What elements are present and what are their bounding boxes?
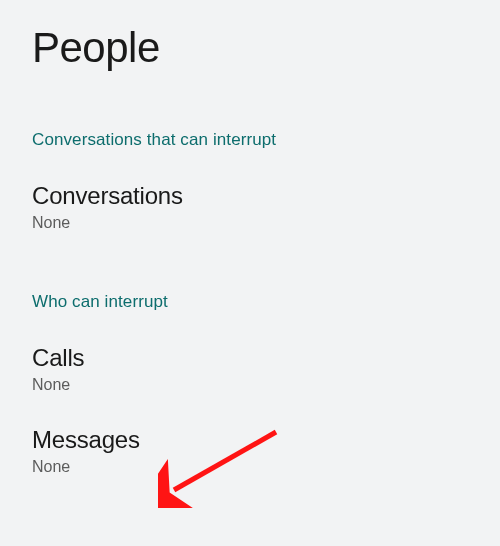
setting-value-messages: None xyxy=(32,458,468,476)
setting-item-calls[interactable]: Calls None xyxy=(0,320,500,402)
page-title: People xyxy=(0,0,500,82)
section-header-conversations: Conversations that can interrupt xyxy=(0,82,500,158)
setting-title-conversations: Conversations xyxy=(32,182,468,210)
setting-item-conversations[interactable]: Conversations None xyxy=(0,158,500,240)
setting-item-messages[interactable]: Messages None xyxy=(0,402,500,484)
setting-title-calls: Calls xyxy=(32,344,468,372)
setting-value-conversations: None xyxy=(32,214,468,232)
section-header-who-interrupt: Who can interrupt xyxy=(0,240,500,320)
setting-title-messages: Messages xyxy=(32,426,468,454)
setting-value-calls: None xyxy=(32,376,468,394)
